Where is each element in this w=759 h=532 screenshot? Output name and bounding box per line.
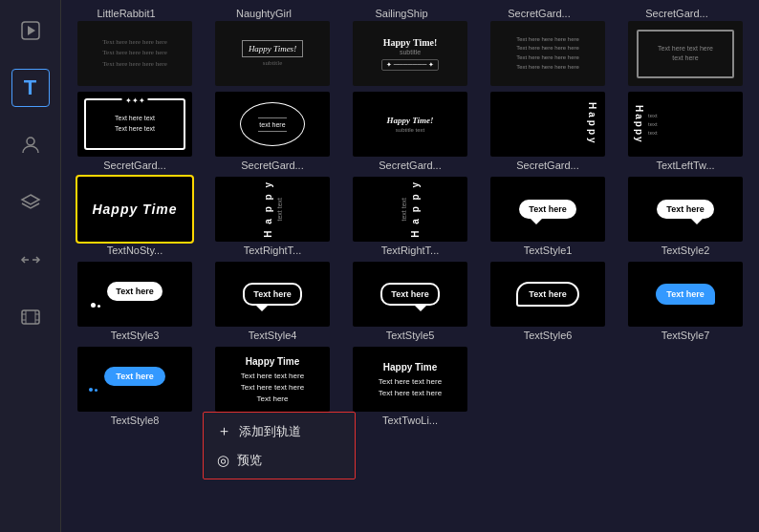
happy-time-text: Happy Time: [92, 202, 177, 217]
grid-item-textstyle1[interactable]: Text here TextStyle1: [482, 177, 614, 256]
thumb-secretgard1: Text here here here hereText here here h…: [490, 21, 605, 86]
textstyle5-text: Text here: [391, 289, 428, 299]
sidebar-icon-play[interactable]: [11, 11, 50, 50]
grid-item-textstyle3[interactable]: Text here TextStyle3: [69, 262, 201, 341]
label-secretgard3: SecretGard...: [77, 160, 192, 171]
svg-marker-1: [28, 26, 35, 35]
thumb-naughtygirl: Happy Times! subtitle: [215, 21, 330, 86]
thumb-textstyle6: Text here: [490, 262, 605, 327]
grid-item-secretgard6[interactable]: Happy SecretGard...: [482, 92, 614, 171]
label-textrightt1: TextRightT...: [215, 245, 330, 256]
main-content: LittleRabbit1 NaughtyGirl SailingShip Se…: [61, 0, 759, 532]
grid-item-secretgard4[interactable]: ──────text here────── SecretGard...: [206, 92, 338, 171]
sidebar-icon-arrows[interactable]: [11, 241, 50, 279]
label-littlerabbit: LittleRabbit1: [69, 8, 184, 19]
thumb-texttwolines: Happy Time Text here text here Text here…: [353, 347, 467, 412]
label-textstyle3: TextStyle3: [77, 330, 192, 341]
grid-item-textstyle4[interactable]: Text here TextStyle4: [206, 262, 338, 341]
label-secretgard4: SecretGard...: [482, 8, 596, 19]
context-menu-add-track-label: 添加到轨道: [239, 423, 301, 440]
thumb-secretgard3: ✦✦✦ Text here textText here text: [77, 92, 192, 157]
grid-item-textstyle6[interactable]: Text here TextStyle6: [482, 262, 614, 341]
textstyle4-text: Text here: [253, 289, 291, 299]
thumb-sailingship: Happy Time! subtitle ✦ ─────── ✦: [353, 21, 467, 86]
label-textstyle1: TextStyle1: [490, 245, 605, 256]
thumb-textrightt2: text text H a p p y: [353, 177, 467, 242]
plus-icon: ＋: [217, 422, 231, 440]
grid-item-textrightt1[interactable]: H a p p y text text TextRightT...: [206, 177, 338, 256]
label-textstyle8: TextStyle8: [77, 415, 192, 426]
eye-icon: ◎: [217, 452, 229, 469]
grid-item-textnosty[interactable]: Happy Time TextNoSty... ＋ 添加到轨道 ◎ 预览: [69, 177, 201, 256]
grid-item-secretgard1[interactable]: Text here here here hereText here here h…: [482, 21, 614, 86]
grid-item-sailingship[interactable]: Happy Time! subtitle ✦ ─────── ✦: [344, 21, 476, 86]
grid-item-textlefttw[interactable]: Happy texttexttext TextLeftTw...: [619, 92, 751, 171]
grid-item-secretgard2[interactable]: Text here text heretext here: [619, 21, 751, 86]
label-secretgard4: SecretGard...: [215, 160, 330, 171]
grid-item-secretgard5[interactable]: Happy Time! subtitle text SecretGard...: [344, 92, 476, 171]
thumb-textstyle3: Text here: [77, 262, 192, 327]
textstyle8-text: Text here: [116, 372, 153, 381]
label-textstyle4: TextStyle4: [215, 330, 330, 341]
textstyle7-text: Text here: [666, 289, 704, 299]
grid-item-secretgard3[interactable]: ✦✦✦ Text here textText here text SecretG…: [69, 92, 201, 171]
label-textstyle7: TextStyle7: [628, 330, 743, 341]
sidebar-icon-person[interactable]: [11, 126, 50, 164]
thumb-textlefttw: Happy texttexttext: [628, 92, 743, 157]
thumb-secretgard2: Text here text heretext here: [628, 21, 743, 86]
label-texttwolines: TextTwoLi...: [353, 415, 467, 426]
label-secretgard5: SecretGard...: [353, 160, 467, 171]
grid-item-texttwolines[interactable]: Happy Time Text here text here Text here…: [344, 347, 476, 426]
thumb-secretgard6: Happy: [490, 92, 605, 157]
thumb-textstyle7: Text here: [628, 262, 743, 327]
thumb-secretgard5: Happy Time! subtitle text: [353, 92, 467, 157]
template-grid: Text here here here hereText here here h…: [69, 21, 751, 426]
grid-item-textstyle5[interactable]: Text here TextStyle5: [344, 262, 476, 341]
grid-item-littlerabbit[interactable]: Text here here here hereText here here h…: [69, 21, 201, 86]
svg-marker-3: [22, 195, 39, 204]
thumb-textthreelines: Happy Time Text here text here Text here…: [215, 347, 330, 412]
thumb-textnosty: Happy Time: [77, 177, 192, 242]
sidebar: T: [0, 0, 61, 532]
textstyle6-text: Text here: [529, 289, 566, 299]
label-textnosty: TextNoSty...: [77, 245, 192, 256]
grid-item-textstyle8[interactable]: Text here TextStyle8: [69, 347, 201, 426]
thumb-textrightt1: H a p p y text text: [215, 177, 330, 242]
thumb-textstyle2: Text here: [628, 177, 743, 242]
sidebar-icon-text[interactable]: T: [11, 69, 50, 107]
thumb-textstyle1: Text here: [490, 177, 605, 242]
svg-point-2: [27, 138, 34, 145]
svg-rect-6: [22, 310, 39, 324]
grid-item-textstyle2[interactable]: Text here TextStyle2: [619, 177, 751, 256]
context-menu-preview-label: 预览: [237, 452, 262, 469]
label-textstyle2: TextStyle2: [628, 245, 743, 256]
context-menu-add-track[interactable]: ＋ 添加到轨道: [204, 416, 355, 446]
context-menu: ＋ 添加到轨道 ◎ 预览: [203, 412, 356, 479]
label-textstyle5: TextStyle5: [353, 330, 467, 341]
thumb-textstyle5: Text here: [353, 262, 467, 327]
textstyle2-text: Text here: [666, 204, 704, 214]
grid-item-textstyle7[interactable]: Text here TextStyle7: [619, 262, 751, 341]
label-textstyle6: TextStyle6: [490, 330, 605, 341]
grid-item-naughtygirl[interactable]: Happy Times! subtitle: [206, 21, 338, 86]
grid-item-textrightt2[interactable]: text text H a p p y TextRightT...: [344, 177, 476, 256]
top-labels-row: LittleRabbit1 NaughtyGirl SailingShip Se…: [69, 8, 751, 19]
textstyle3-text: Text here: [116, 287, 153, 296]
label-textrightt2: TextRightT...: [353, 245, 467, 256]
textstyle1-text: Text here: [529, 204, 566, 214]
thumb-textstyle4: Text here: [215, 262, 330, 327]
label-secretgard5: SecretGard...: [619, 8, 734, 19]
label-naughtygirl: NaughtyGirl: [206, 8, 321, 19]
sidebar-icon-layers[interactable]: [11, 183, 50, 222]
context-menu-preview[interactable]: ◎ 预览: [204, 446, 355, 475]
label-secretgard6: SecretGard...: [490, 160, 605, 171]
thumb-textstyle8: Text here: [77, 347, 192, 412]
sidebar-icon-film[interactable]: [11, 298, 50, 336]
label-sailingship: SailingShip: [344, 8, 459, 19]
label-textlefttw: TextLeftTw...: [628, 160, 743, 171]
thumb-littlerabbit: Text here here here hereText here here h…: [77, 21, 192, 86]
thumb-secretgard4: ──────text here──────: [215, 92, 330, 157]
